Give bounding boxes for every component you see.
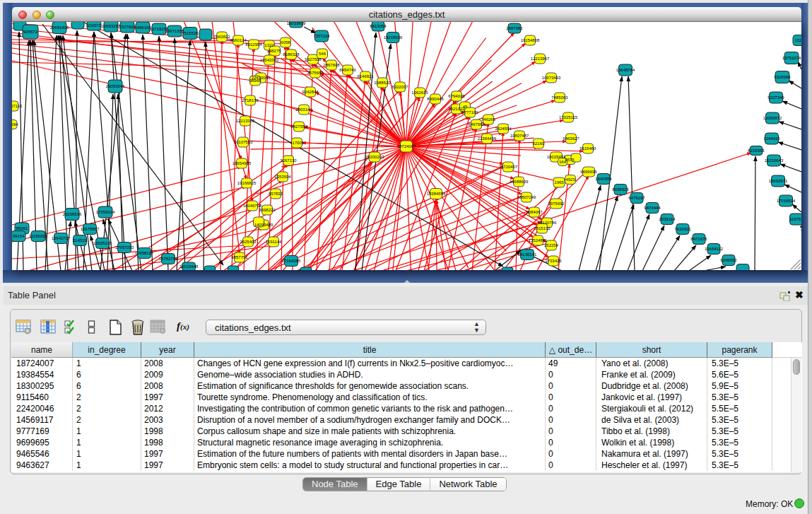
svg-text:9699695: 9699695 [580, 170, 597, 174]
svg-text:1353594: 1353594 [274, 175, 291, 179]
svg-text:16120746: 16120746 [538, 221, 557, 225]
svg-text:9329966: 9329966 [774, 75, 791, 79]
svg-text:7625402: 7625402 [240, 240, 257, 244]
svg-text:53594: 53594 [12, 122, 18, 127]
svg-text:11156829: 11156829 [29, 234, 47, 238]
svg-text:857833: 857833 [269, 192, 283, 196]
svg-text:114519: 114519 [73, 238, 87, 243]
svg-text:29053346: 29053346 [106, 84, 125, 88]
svg-text:3675685: 3675685 [307, 71, 324, 75]
svg-text:116753: 116753 [789, 217, 801, 221]
svg-text:12505135: 12505135 [93, 241, 112, 245]
svg-text:8912954: 8912954 [245, 42, 262, 47]
svg-text:18807249: 18807249 [517, 195, 536, 199]
svg-text:9777169: 9777169 [461, 110, 478, 115]
svg-text:9146821: 9146821 [357, 74, 374, 78]
svg-text:6479197: 6479197 [628, 196, 645, 200]
svg-text:12093872: 12093872 [763, 116, 782, 120]
svg-text:19166825: 19166825 [237, 181, 257, 185]
svg-text:8813054: 8813054 [370, 24, 387, 28]
svg-text:8215955: 8215955 [748, 148, 765, 153]
svg-text:10025453: 10025453 [547, 155, 566, 159]
svg-text:1975692: 1975692 [548, 201, 565, 206]
svg-text:1640954: 1640954 [595, 177, 612, 181]
svg-text:10807487: 10807487 [510, 134, 529, 138]
svg-text:16648784: 16648784 [616, 68, 635, 72]
svg-text:2803144: 2803144 [295, 107, 312, 112]
svg-text:2687682: 2687682 [506, 26, 523, 30]
svg-text:16543382: 16543382 [260, 58, 279, 62]
svg-text:8454749: 8454749 [339, 68, 356, 72]
svg-text:9575: 9575 [565, 158, 575, 162]
svg-text:85061: 85061 [16, 226, 28, 230]
svg-text:17016504: 17016504 [777, 199, 796, 203]
svg-text:8322037: 8322037 [392, 85, 408, 89]
svg-text:7632621: 7632621 [674, 227, 691, 231]
svg-text:19218506: 19218506 [384, 35, 403, 40]
svg-text:8938923: 8938923 [612, 187, 629, 192]
svg-text:2718176: 2718176 [242, 98, 259, 103]
svg-text:6794028: 6794028 [448, 94, 465, 98]
svg-text:8471676: 8471676 [690, 237, 707, 241]
svg-text:12942737: 12942737 [52, 236, 71, 240]
svg-text:17957253: 17957253 [115, 245, 134, 250]
svg-text:7485063: 7485063 [551, 95, 568, 100]
svg-text:13524861: 13524861 [529, 238, 548, 243]
svg-text:3267130: 3267130 [280, 158, 297, 163]
svg-text:25300203: 25300203 [365, 155, 384, 159]
svg-text:16782759: 16782759 [159, 257, 178, 261]
svg-text:6058: 6058 [281, 40, 290, 45]
svg-text:14136141: 14136141 [518, 252, 537, 257]
svg-text:98968: 98968 [249, 78, 261, 83]
svg-text:9474444: 9474444 [644, 206, 661, 210]
svg-text:9327508: 9327508 [305, 57, 322, 62]
svg-text:164: 164 [559, 160, 567, 164]
svg-text:15720407: 15720407 [499, 165, 518, 169]
svg-text:17164385: 17164385 [282, 259, 301, 263]
svg-text:3698222: 3698222 [259, 208, 276, 212]
svg-text:45: 45 [463, 105, 468, 109]
svg-text:10975867: 10975867 [81, 227, 100, 231]
svg-text:905572: 905572 [23, 30, 38, 34]
svg-text:19654985: 19654985 [233, 161, 252, 165]
svg-text:252254: 252254 [544, 243, 559, 247]
svg-text:20691406: 20691406 [50, 25, 69, 30]
svg-text:17359924: 17359924 [96, 210, 115, 214]
svg-text:13267110: 13267110 [12, 104, 23, 108]
svg-text:9242848: 9242848 [302, 90, 319, 94]
svg-text:16033809: 16033809 [287, 22, 306, 25]
svg-text:3624554: 3624554 [495, 127, 512, 131]
svg-text:8186328: 8186328 [283, 52, 300, 57]
svg-text:19384554: 19384554 [427, 192, 446, 196]
svg-text:12213369: 12213369 [236, 119, 255, 123]
svg-text:9463627: 9463627 [563, 136, 579, 141]
svg-text:4923: 4923 [565, 177, 575, 182]
svg-text:1588520: 1588520 [374, 81, 391, 85]
svg-text:2935114: 2935114 [659, 217, 676, 221]
svg-text:1322: 1322 [264, 43, 274, 47]
svg-text:1615132: 1615132 [534, 226, 551, 230]
svg-text:10973493: 10973493 [542, 76, 561, 80]
svg-text:10107553: 10107553 [234, 140, 253, 144]
svg-text:1733426: 1733426 [545, 259, 562, 263]
svg-text:546: 546 [319, 52, 326, 56]
svg-text:7357224: 7357224 [313, 34, 330, 38]
svg-text:8990448: 8990448 [427, 97, 444, 101]
svg-text:12023448: 12023448 [180, 264, 199, 269]
svg-text:1244415: 1244415 [763, 136, 780, 141]
svg-text:746266: 746266 [481, 117, 496, 122]
svg-text:1965: 1965 [554, 180, 564, 185]
svg-text:1117: 1117 [795, 38, 801, 42]
svg-text:9660124: 9660124 [230, 38, 247, 42]
svg-text:1691144: 1691144 [266, 240, 283, 244]
svg-text:39154: 39154 [13, 234, 25, 238]
svg-text:13325115: 13325115 [559, 115, 578, 119]
svg-text:20206536: 20206536 [63, 212, 82, 216]
svg-text:9084067: 9084067 [526, 210, 543, 214]
svg-text:1362615: 1362615 [411, 90, 428, 95]
svg-text:18724007: 18724007 [397, 144, 416, 148]
svg-text:10654112: 10654112 [705, 247, 724, 251]
svg-text:62160: 62160 [533, 141, 545, 146]
svg-text:7663822: 7663822 [213, 35, 230, 39]
svg-text:8427552: 8427552 [290, 124, 307, 129]
